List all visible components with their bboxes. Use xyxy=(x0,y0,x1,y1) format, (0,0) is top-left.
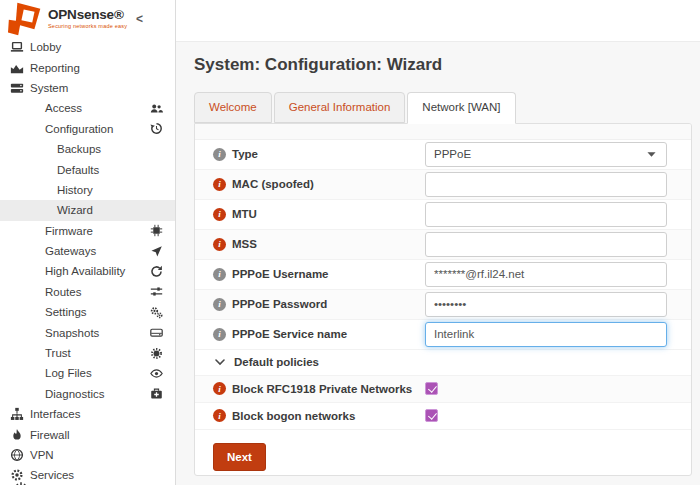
field-label: iPPPoE Password xyxy=(213,298,425,311)
info-icon[interactable]: i xyxy=(213,178,226,191)
sidebar-item-routes[interactable]: Routes xyxy=(0,282,175,302)
sidebar-menu: LobbyReportingSystemAccessConfigurationB… xyxy=(0,37,175,485)
mss-input[interactable] xyxy=(425,232,667,257)
sidebar-item-label: VPN xyxy=(30,449,54,461)
wizard-tabs: WelcomeGeneral InformationNetwork [WAN] xyxy=(194,92,700,123)
info-icon[interactable]: i xyxy=(213,328,226,341)
chart-area-icon xyxy=(9,60,24,75)
info-icon[interactable]: i xyxy=(213,148,226,161)
pppoe-username-input[interactable] xyxy=(425,262,667,287)
sidebar-item-configuration[interactable]: Configuration xyxy=(0,119,175,139)
sidebar-item-label: High Availability xyxy=(45,265,125,277)
sidebar-item-settings[interactable]: Settings xyxy=(0,302,175,322)
policy-row-block-rfc1918-private-networks: iBlock RFC1918 Private Networks xyxy=(195,376,691,403)
sidebar-item-vpn[interactable]: VPN xyxy=(0,445,175,465)
chevron-down-icon xyxy=(215,357,225,367)
sidebar-item-label: Firmware xyxy=(45,225,93,237)
select-value: PPPoE xyxy=(434,148,471,160)
sidebar-item-backups[interactable]: Backups xyxy=(0,139,175,159)
caret-down-icon xyxy=(647,151,656,158)
form-row-pppoe-password: iPPPoE Password xyxy=(195,290,691,320)
form-row-mac-spoofed: iMAC (spoofed) xyxy=(195,170,691,200)
sidebar-item-diagnostics[interactable]: Diagnostics xyxy=(0,384,175,404)
tab-network-wan[interactable]: Network [WAN] xyxy=(407,92,515,124)
sidebar-item-label: Log Files xyxy=(45,367,92,379)
medkit-icon xyxy=(149,386,164,401)
info-icon[interactable]: i xyxy=(213,409,226,422)
field-label-text: PPPoE Password xyxy=(232,298,327,310)
sidebar-item-label: System xyxy=(30,82,68,94)
info-icon[interactable]: i xyxy=(213,268,226,281)
sidebar-item-log-files[interactable]: Log Files xyxy=(0,363,175,383)
sidebar-item-lobby[interactable]: Lobby xyxy=(0,37,175,57)
sidebar-item-label: Gateways xyxy=(45,245,96,257)
policy-row-block-bogon-networks: iBlock bogon networks xyxy=(195,403,691,430)
certificate-icon xyxy=(149,346,164,361)
form-row-mss: iMSS xyxy=(195,230,691,260)
info-icon[interactable]: i xyxy=(213,298,226,311)
policy-checkbox-checked[interactable] xyxy=(425,409,438,422)
sidebar-item-system[interactable]: System xyxy=(0,78,175,98)
policy-label: iBlock RFC1918 Private Networks xyxy=(213,382,425,395)
hdd-icon xyxy=(149,325,164,340)
default-policies-header[interactable]: Default policies xyxy=(195,350,691,376)
field-label-text: Type xyxy=(232,148,258,160)
users-icon xyxy=(149,101,164,116)
sidebar-item-label: Firewall xyxy=(30,429,70,441)
sidebar-item-label: Lobby xyxy=(30,41,61,53)
brand: OPNsense® Securing networks made easy < xyxy=(0,0,175,37)
type-select[interactable]: PPPoE xyxy=(425,142,667,167)
policy-checkbox-checked[interactable] xyxy=(425,382,438,395)
sidebar-item-high-availability[interactable]: High Availability xyxy=(0,261,175,281)
policy-label-text: Block bogon networks xyxy=(232,410,355,422)
sidebar-item-history[interactable]: History xyxy=(0,180,175,200)
globe-icon xyxy=(9,448,24,463)
pppoe-password-input[interactable] xyxy=(425,292,667,317)
sidebar-item-label: Defaults xyxy=(57,164,99,176)
field-label: iMTU xyxy=(213,208,425,221)
sidebar-item-access[interactable]: Access xyxy=(0,98,175,118)
sidebar: OPNsense® Securing networks made easy < … xyxy=(0,0,176,485)
info-icon[interactable]: i xyxy=(213,238,226,251)
info-icon[interactable]: i xyxy=(213,382,226,395)
sidebar-item-label: Access xyxy=(45,102,82,114)
sidebar-item-snapshots[interactable]: Snapshots xyxy=(0,322,175,342)
top-navbar xyxy=(176,0,700,42)
sidebar-item-firewall[interactable]: Firewall xyxy=(0,424,175,444)
sidebar-item-label: Wizard xyxy=(57,204,93,216)
field-label: iType xyxy=(213,148,425,161)
sidebar-item-wizard[interactable]: Wizard xyxy=(0,200,175,220)
tab-general-information[interactable]: General Information xyxy=(274,92,406,123)
sidebar-item-label: History xyxy=(57,184,93,196)
sidebar-item-firmware[interactable]: Firmware xyxy=(0,221,175,241)
power-icon[interactable] xyxy=(14,481,28,485)
field-label-text: MTU xyxy=(232,208,257,220)
default-policies-title: Default policies xyxy=(234,356,319,368)
sidebar-item-reporting[interactable]: Reporting xyxy=(0,57,175,77)
sidebar-item-label: Snapshots xyxy=(45,327,99,339)
sidebar-item-trust[interactable]: Trust xyxy=(0,343,175,363)
server-icon xyxy=(9,80,24,95)
field-label: iPPPoE Service name xyxy=(213,328,425,341)
sidebar-item-interfaces[interactable]: Interfaces xyxy=(0,404,175,424)
field-label: iMSS xyxy=(213,238,425,251)
sidebar-item-gateways[interactable]: Gateways xyxy=(0,241,175,261)
next-button[interactable]: Next xyxy=(213,443,266,471)
pppoe-service-name-input[interactable] xyxy=(425,322,667,347)
sidebar-item-label: Interfaces xyxy=(30,408,81,420)
policy-label-text: Block RFC1918 Private Networks xyxy=(232,383,412,395)
tab-welcome[interactable]: Welcome xyxy=(194,92,272,123)
sidebar-item-defaults[interactable]: Defaults xyxy=(0,159,175,179)
mtu-input[interactable] xyxy=(425,202,667,227)
sliders-icon xyxy=(149,284,164,299)
history-icon xyxy=(149,121,164,136)
form-row-type: iTypePPPoE xyxy=(195,140,691,170)
page-title: System: Configuration: Wizard xyxy=(194,55,700,75)
mac-spoofed-input[interactable] xyxy=(425,172,667,197)
info-icon[interactable]: i xyxy=(213,208,226,221)
laptop-icon xyxy=(9,40,24,55)
sidebar-collapse-icon[interactable]: < xyxy=(136,12,143,26)
opnsense-logo-icon xyxy=(8,2,42,35)
brand-name: OPNsense® xyxy=(48,8,127,22)
location-arrow-icon xyxy=(149,244,164,259)
